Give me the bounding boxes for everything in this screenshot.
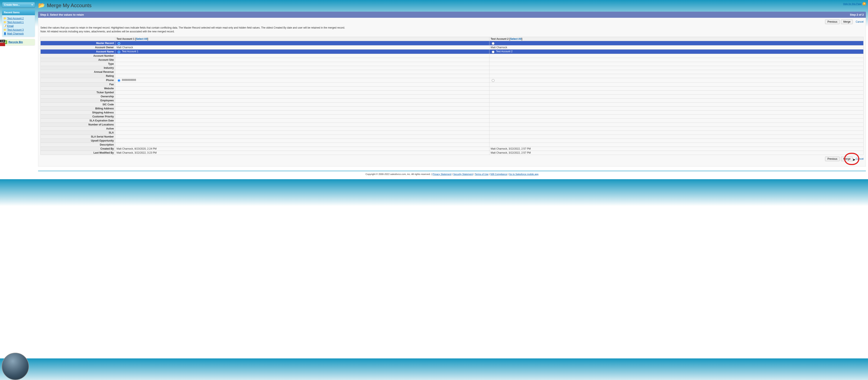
cell-value: Matt Charnock: [115, 46, 489, 50]
recent-item-link[interactable]: Test Account 1: [7, 21, 24, 24]
folder-icon: 📂: [38, 2, 45, 9]
master-radio-1[interactable]: [118, 42, 120, 45]
row-last-modified-by: Last Modified By Matt Charnock, 3/22/202…: [41, 151, 864, 155]
column-2-header: Test Account 2 [Select All]: [489, 37, 864, 41]
footer-link[interactable]: Privacy Statement: [433, 173, 451, 175]
merge-table: Test Account 1 [Select All] Test Account…: [40, 37, 864, 155]
row-phone: Phone 8888888888: [41, 78, 864, 83]
cancel-link-bottom[interactable]: Cancel: [856, 157, 864, 160]
footer-link[interactable]: Security Statement: [453, 173, 473, 175]
row-priority: Customer Priority: [41, 115, 864, 119]
cursor-icon: ➤: [852, 157, 856, 162]
cell-value: Matt Charnock, 3/22/2022, 2:57 PM: [489, 147, 864, 151]
recent-item: 👤 Matt Charnock: [3, 32, 34, 35]
master-radio-2[interactable]: [492, 42, 495, 45]
help-link[interactable]: Help for this Page ?: [843, 2, 866, 5]
row-description: Description: [41, 143, 864, 147]
record-indicator: [0, 43, 5, 46]
top-button-row: Previous Merge Cancel: [38, 18, 866, 25]
merge-button[interactable]: Merge: [841, 20, 853, 24]
row-type: Type: [41, 62, 864, 66]
cell-value: Matt Charnock, 3/22/2022, 3:23 PM: [115, 151, 489, 155]
recent-item-link[interactable]: Test Account 2: [7, 17, 24, 20]
recent-item: 📝 Email: [3, 24, 34, 28]
footer-link[interactable]: Go to Salesforce mobile app: [509, 173, 538, 175]
page-title-block: 📂 Merge My Accounts: [38, 2, 843, 9]
footer: Copyright © 2000-2022 salesforce.com, in…: [38, 171, 866, 177]
field-label: Master Record: [41, 41, 115, 46]
recent-items-header: Recent Items: [2, 10, 35, 15]
sidebar: Create New... Recent Items 📁 Test Accoun…: [2, 2, 35, 177]
help-icon: ?: [863, 2, 866, 5]
page-title: Merge My Accounts: [47, 3, 92, 8]
recent-item: 📁 Test Account 2: [3, 17, 34, 20]
cell-value: Matt Charnock, 8/23/2020, 2:24 PM: [115, 147, 489, 151]
bottom-button-row: Previous Merge Cancel ➤: [38, 155, 866, 163]
row-industry: Industry: [41, 66, 864, 70]
account-icon: 📁: [3, 28, 6, 31]
blank-header: [41, 37, 115, 41]
row-account-number: Account Number: [41, 54, 864, 58]
previous-button-bottom[interactable]: Previous: [825, 156, 840, 161]
content-box: Previous Merge Cancel Select the values …: [38, 18, 866, 167]
select-all-2[interactable]: Select All: [510, 37, 522, 40]
recycle-bin-panel[interactable]: ♻ Recycle Bin: [2, 39, 35, 45]
footer-link[interactable]: Terms of Use: [475, 173, 489, 175]
row-account-name: Account Name Test Account 1 Test Account…: [41, 50, 864, 54]
row-master-record: Master Record: [41, 41, 864, 46]
step-title: Step 2. Select the values to retain: [40, 13, 84, 16]
instructions-line-2: Note: All related records including any …: [40, 30, 864, 33]
cell-value: Matt Charnock, 3/22/2022, 2:57 PM: [489, 151, 864, 155]
row-upsell: Upsell Opportunity: [41, 139, 864, 143]
recent-item: 📁 Test Account 3: [3, 28, 34, 32]
recent-item-link[interactable]: Test Account 3: [7, 28, 24, 31]
recent-item-link[interactable]: Matt Charnock: [7, 32, 24, 35]
help-label: Help for this Page: [843, 3, 862, 5]
row-ticker: Ticker Symbol: [41, 91, 864, 94]
row-active: Active: [41, 127, 864, 131]
row-sic: SIC Code: [41, 103, 864, 107]
recent-items-body: 📁 Test Account 2 📁 Test Account 1 📝 Emai…: [2, 15, 35, 37]
row-billing: Billing Address: [41, 107, 864, 111]
timer-badge: 3:49: [0, 40, 5, 42]
note-icon: 📝: [3, 25, 6, 28]
phone-radio-1[interactable]: [118, 79, 120, 82]
row-employees: Employees: [41, 98, 864, 103]
recent-items-panel: Recent Items 📁 Test Account 2 📁 Test Acc…: [2, 10, 35, 37]
footer-link[interactable]: 508 Compliance: [491, 173, 507, 175]
copyright: Copyright © 2000-2022 salesforce.com, in…: [366, 173, 431, 175]
row-created-by: Created By Matt Charnock, 8/23/2020, 2:2…: [41, 147, 864, 151]
row-shipping: Shipping Address: [41, 111, 864, 115]
chevron-down-icon: [31, 4, 33, 5]
row-ownership: Ownership: [41, 94, 864, 98]
user-icon: 👤: [3, 32, 6, 35]
cell-value: Matt Charnock: [489, 46, 864, 50]
row-sla: SLA: [41, 131, 864, 135]
name-radio-1[interactable]: [118, 51, 120, 53]
column-1-header: Test Account 1 [Select All]: [115, 37, 489, 41]
row-annual-revenue: Annual Revenue: [41, 70, 864, 74]
account-icon: 📁: [3, 17, 6, 20]
merge-button-bottom[interactable]: Merge: [841, 156, 853, 161]
recording-overlay: 3:49: [0, 40, 5, 46]
row-sla-serial: SLA Serial Number: [41, 135, 864, 139]
previous-button[interactable]: Previous: [825, 20, 840, 24]
recent-item: 📁 Test Account 1: [3, 20, 34, 24]
row-fax: Fax: [41, 83, 864, 87]
step-position: Step 2 of 2: [850, 13, 864, 16]
main-content: Help for this Page ? 📂 Merge My Accounts…: [38, 2, 866, 177]
step-header: Step 2. Select the values to retain Step…: [38, 12, 866, 18]
recent-item-link[interactable]: Email: [7, 25, 13, 28]
create-new-button[interactable]: Create New...: [2, 2, 35, 8]
field-label: Account Owner: [41, 46, 115, 50]
field-label: Account Name: [41, 50, 115, 54]
recycle-bin-link[interactable]: Recycle Bin: [8, 40, 23, 43]
select-all-1[interactable]: Select All: [136, 37, 147, 40]
name-radio-2[interactable]: [492, 51, 495, 53]
row-sla-expiration: SLA Expiration Date: [41, 119, 864, 123]
instructions-line-1: Select the values that you want to retai…: [40, 26, 864, 29]
account-icon: 📁: [3, 21, 6, 24]
row-account-site: Account Site: [41, 58, 864, 62]
phone-radio-2[interactable]: [492, 79, 495, 82]
cancel-link[interactable]: Cancel: [856, 20, 864, 23]
